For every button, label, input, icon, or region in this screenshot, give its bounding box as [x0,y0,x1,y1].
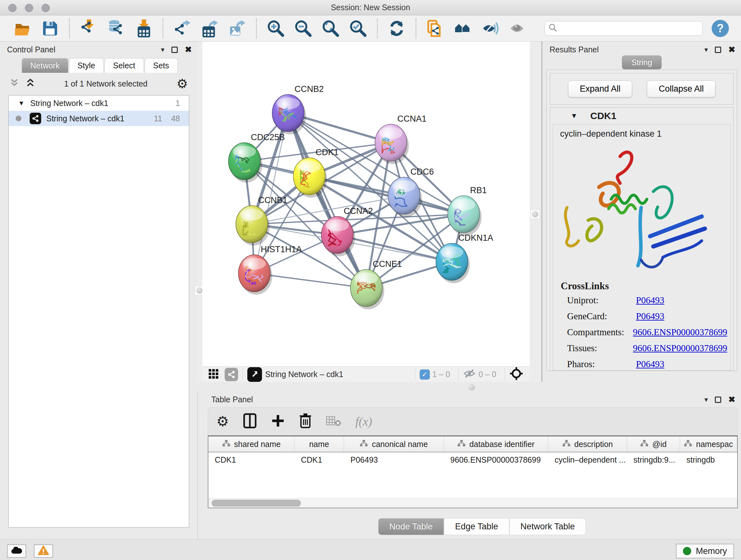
import-table-file-icon[interactable] [134,19,153,38]
zoom-selected-icon[interactable] [349,19,367,38]
detach-view-icon[interactable] [247,367,262,382]
crosslink-link[interactable]: P06493 [636,359,664,369]
maximize-panel-icon[interactable] [715,47,721,53]
table-cell[interactable]: stringdb:9... [627,455,680,464]
expand-all-button[interactable]: Expand All [568,80,632,98]
network-collection-row[interactable]: ▼ String Network – cdk1 1 [9,96,189,111]
network-node-CCNA1[interactable]: CCNA1 [375,114,427,164]
network-canvas[interactable]: CCNB2 CCNA1 CDC25B CDK1 CDC6 RB1 CCNB1 [202,42,530,367]
tab-network[interactable]: Network [22,58,68,73]
table-horizontal-scrollbar[interactable] [208,498,737,508]
expand-all-networks-icon[interactable] [25,78,35,90]
birdseye-grid-icon[interactable] [208,368,219,381]
gene-collapse-caret-icon[interactable]: ▼ [570,112,578,120]
zoom-fit-icon[interactable] [321,19,340,38]
column-header-name[interactable]: name [294,436,344,452]
table-cell[interactable]: P06493 [344,455,444,464]
first-neighbors-icon[interactable] [454,19,472,38]
right-splitter-handle[interactable] [530,209,540,219]
table-row[interactable]: CDK1CDK1P064939606.ENSP00000378699cyclin… [208,452,737,467]
table-options-gear-icon[interactable]: ⚙ [216,415,229,428]
export-network-icon[interactable] [173,19,192,38]
horizontal-splitter[interactable] [197,382,741,393]
help-button[interactable]: ? [712,20,729,37]
right-splitter[interactable] [530,42,542,382]
network-row-selected[interactable]: String Network – cdk1 11 48 [9,111,189,126]
import-network-database-icon[interactable] [107,19,125,38]
table-cell[interactable]: CDK1 [208,455,294,464]
tab-edge-table[interactable]: Edge Table [444,518,509,535]
fit-selected-crosshair-icon[interactable] [509,367,523,382]
tab-network-table[interactable]: Network Table [509,518,586,535]
search-input[interactable] [561,24,698,33]
crosslink-link[interactable]: P06493 [636,311,664,321]
horizontal-splitter-handle[interactable] [467,382,476,392]
close-panel-icon[interactable]: ✖ [728,45,735,55]
duplicate-network-icon[interactable] [426,19,445,38]
node-label-CCNA2: CCNA2 [344,206,373,216]
cloud-status-button[interactable] [7,544,26,558]
table-cell[interactable]: cyclin–dependent ... [548,455,627,464]
close-panel-icon[interactable]: ✖ [728,395,735,405]
crosslink-link[interactable]: 9606.ENSP00000378699 [633,327,727,337]
column-header-shared-name[interactable]: shared name [208,436,294,452]
export-image-icon[interactable] [228,19,246,38]
collapse-all-button[interactable]: Collapse All [647,80,716,98]
collection-expand-caret-icon[interactable]: ▼ [18,100,24,107]
network-node-CCNE1[interactable]: CCNE1 [350,259,402,309]
network-edge[interactable] [288,113,366,288]
close-panel-icon[interactable]: ✖ [185,45,192,55]
hide-selected-icon[interactable] [481,19,499,38]
export-table-icon[interactable] [200,19,219,38]
tab-string[interactable]: String [622,56,661,69]
open-session-icon[interactable] [13,19,32,38]
network-node-HIST1H1A[interactable]: HIST1H1A [239,245,302,295]
collapse-all-networks-icon[interactable] [10,78,19,90]
network-options-gear-icon[interactable]: ⚙ [177,77,188,90]
search-box[interactable] [544,21,703,36]
tab-node-table[interactable]: Node Table [378,518,444,535]
node-label-CCNA1: CCNA1 [397,114,427,124]
show-columns-icon[interactable] [243,413,257,430]
tab-sets[interactable]: Sets [145,58,178,73]
window-title: Session: New Session [0,3,741,12]
delete-column-trash-icon[interactable] [299,413,312,430]
maximize-panel-icon[interactable] [172,47,178,53]
table-cell[interactable]: 9606.ENSP00000378699 [444,455,548,464]
crosslink-link[interactable]: 9606.ENSP00000378699 [633,343,727,354]
crosslink-link[interactable]: P06493 [636,295,664,306]
selected-items-checkbox[interactable]: ✓ [420,369,430,380]
scrollbar-thumb[interactable] [212,500,301,507]
float-panel-icon[interactable]: ▾ [704,46,708,54]
network-overview-icon[interactable] [225,368,238,381]
zoom-out-icon[interactable] [294,19,313,38]
tab-select[interactable]: Select [105,58,144,73]
network-node-RB1[interactable]: RB1 [448,186,487,236]
network-node-CCNB2[interactable]: CCNB2 [272,84,324,134]
column-header-description[interactable]: description [548,436,627,452]
zoom-in-icon[interactable] [266,19,285,38]
memory-button[interactable]: Memory [676,544,734,558]
column-header-namespac[interactable]: namespac [680,436,737,452]
network-edge[interactable] [309,176,464,214]
table-cell[interactable]: CDK1 [294,455,344,464]
collection-label: String Network – cdk1 [30,99,109,108]
float-panel-icon[interactable]: ▾ [704,395,708,404]
tab-style[interactable]: Style [69,58,104,73]
maximize-panel-icon[interactable] [715,396,721,403]
refresh-view-icon[interactable] [387,19,406,38]
table-cell[interactable]: stringdb [680,455,737,464]
column-header-database-identifier[interactable]: database identifier [444,436,548,452]
import-network-file-icon[interactable] [79,19,98,38]
network-node-CCNB1[interactable]: CCNB1 [236,195,287,246]
left-splitter[interactable] [197,42,202,393]
network-node-CDKN1A[interactable]: CDKN1A [436,233,493,283]
column-header-@id[interactable]: @id [627,436,680,452]
warning-icon [38,545,49,557]
create-column-icon[interactable] [271,414,285,429]
column-header-canonical-name[interactable]: canonical name [344,436,444,452]
warnings-button[interactable] [34,544,53,558]
float-panel-icon[interactable]: ▾ [161,46,164,54]
save-session-icon[interactable] [41,19,59,38]
crosslink-label: Uniprot: [567,295,636,306]
